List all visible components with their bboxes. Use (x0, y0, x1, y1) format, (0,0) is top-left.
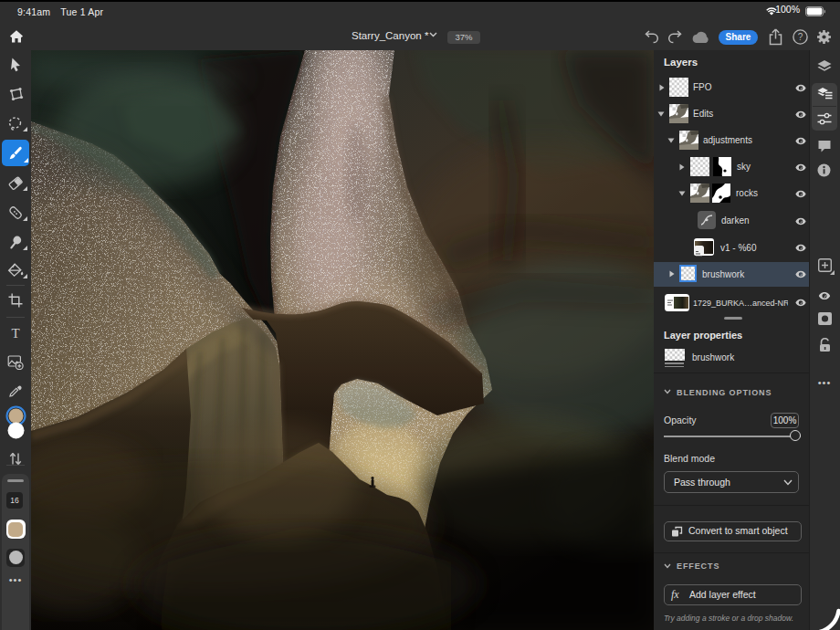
svg-text:?: ? (798, 32, 803, 42)
